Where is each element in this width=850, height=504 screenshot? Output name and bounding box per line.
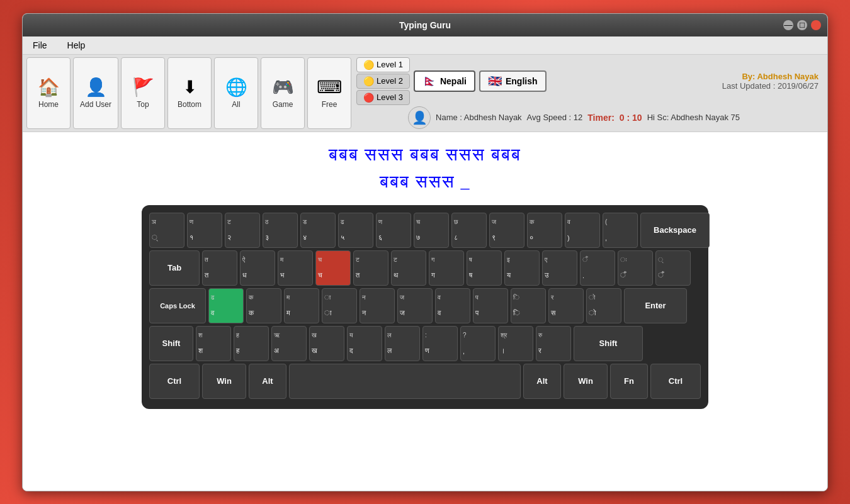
- key-period[interactable]: श्र।: [498, 326, 533, 361]
- key-1[interactable]: ण१: [187, 213, 222, 248]
- key-z[interactable]: शश: [196, 326, 231, 361]
- key-alt-right[interactable]: Alt: [523, 364, 561, 399]
- toolbar-bottom-button[interactable]: ⬇ Bottom: [167, 57, 212, 129]
- key-bracket-open[interactable]: ँ.: [580, 250, 615, 286]
- key-tab[interactable]: Tab: [149, 250, 200, 286]
- key-3[interactable]: ठ३: [263, 213, 298, 248]
- key-bracket-close[interactable]: ःँ: [618, 250, 653, 286]
- key-d[interactable]: मम: [284, 288, 319, 323]
- key-minus[interactable]: व): [565, 213, 600, 248]
- key-p[interactable]: एउ: [542, 250, 577, 286]
- key-semicolon[interactable]: रस: [548, 288, 584, 323]
- toolbar-game-button[interactable]: 🎮 Game: [261, 57, 305, 129]
- keyboard-row-3: Caps Lock ढव कक मम ाा नन जज वव पप िि रस …: [149, 288, 701, 323]
- toolbar-adduser-button[interactable]: 👤 Add User: [73, 57, 118, 129]
- key-w[interactable]: ऐध: [240, 250, 275, 286]
- key-ctrl-left[interactable]: Ctrl: [149, 364, 200, 399]
- key-backslash[interactable]: ्ँ: [655, 250, 691, 286]
- key-a[interactable]: ढव: [208, 288, 244, 323]
- key-space[interactable]: [289, 364, 521, 399]
- key-i[interactable]: षष: [467, 250, 502, 286]
- key-c[interactable]: ऋअ: [271, 326, 307, 361]
- key-8[interactable]: छ८: [451, 213, 487, 248]
- toolbar-all-button[interactable]: 🌐 All: [214, 57, 258, 129]
- toolbar-top-button[interactable]: 🚩 Top: [121, 57, 165, 129]
- key-alt-left[interactable]: Alt: [249, 364, 286, 399]
- game-icon: 🎮: [272, 77, 294, 98]
- toolbar-free-button[interactable]: ⌨ Free: [307, 57, 351, 129]
- level2-button[interactable]: 🟡 Level 2: [356, 74, 410, 89]
- key-2[interactable]: ट२: [225, 213, 260, 248]
- maximize-button[interactable]: □: [797, 20, 807, 30]
- key-9[interactable]: ज९: [489, 213, 524, 248]
- key-r[interactable]: चच: [315, 250, 351, 286]
- lang-nepali-button[interactable]: 🇳🇵 Nepali: [414, 70, 475, 92]
- key-5[interactable]: ढ५: [338, 213, 373, 248]
- menu-file[interactable]: File: [29, 39, 51, 52]
- user-author: By: Abdhesh Nayak: [722, 72, 819, 81]
- key-n[interactable]: लल: [385, 326, 420, 361]
- key-o[interactable]: इय: [504, 250, 540, 286]
- key-win-left[interactable]: Win: [202, 364, 246, 399]
- home-label: Home: [38, 100, 59, 109]
- menubar: File Help: [23, 36, 827, 55]
- hi-sc-label: Hi Sc: Abdhesh Nayak 75: [647, 113, 740, 122]
- key-l[interactable]: िि: [511, 288, 546, 323]
- key-comma[interactable]: ?,: [460, 326, 496, 361]
- key-j[interactable]: वव: [435, 288, 470, 323]
- key-e[interactable]: मभ: [278, 250, 313, 286]
- timer-value: 0 : 10: [620, 113, 642, 123]
- key-t[interactable]: टत: [353, 250, 388, 286]
- level1-dot: 🟡: [363, 60, 374, 70]
- key-caps-lock[interactable]: Caps Lock: [149, 288, 206, 323]
- key-shift-left[interactable]: Shift: [149, 326, 193, 361]
- free-label: Free: [322, 100, 337, 109]
- user-name-label: Name : Abdhesh Nayak: [436, 113, 522, 122]
- key-backspace[interactable]: Backspace: [640, 213, 710, 248]
- key-enter[interactable]: Enter: [624, 288, 687, 323]
- menu-help[interactable]: Help: [64, 39, 89, 52]
- user-avatar: 👤: [408, 106, 431, 129]
- key-h[interactable]: जज: [397, 288, 433, 323]
- key-7[interactable]: च७: [414, 213, 449, 248]
- key-f[interactable]: ाा: [322, 288, 357, 323]
- key-fn[interactable]: Fn: [610, 364, 648, 399]
- toolbar-home-button[interactable]: 🏠 Home: [26, 57, 71, 129]
- top-label: Top: [137, 100, 149, 109]
- close-button[interactable]: [811, 20, 821, 30]
- titlebar-buttons: — □: [783, 20, 821, 30]
- keyboard-row-4: Shift शश हह ऋअ खख यद लल :ण ?, श्र। रुर S…: [149, 326, 701, 361]
- english-lang-label: English: [506, 76, 538, 86]
- key-equals[interactable]: (,: [603, 213, 638, 248]
- key-g[interactable]: नन: [360, 288, 395, 323]
- level1-label: Level 1: [377, 60, 403, 69]
- key-m[interactable]: :ण: [422, 326, 458, 361]
- key-slash[interactable]: रुर: [536, 326, 571, 361]
- level2-label: Level 2: [377, 76, 403, 86]
- key-u[interactable]: गग: [429, 250, 464, 286]
- key-v[interactable]: खख: [309, 326, 344, 361]
- key-b[interactable]: यद: [347, 326, 382, 361]
- key-0[interactable]: क०: [527, 213, 562, 248]
- lang-english-button[interactable]: 🇬🇧 English: [479, 70, 547, 92]
- minimize-button[interactable]: —: [783, 20, 793, 30]
- level3-button[interactable]: 🔴 Level 3: [356, 90, 410, 105]
- key-k[interactable]: पप: [473, 288, 508, 323]
- main-window: Typing Guru — □ File Help 🏠 Home 👤 Add U…: [22, 13, 828, 491]
- key-s[interactable]: कक: [246, 288, 281, 323]
- key-shift-right[interactable]: Shift: [574, 326, 643, 361]
- level2-dot: 🟡: [363, 76, 374, 86]
- key-backtick[interactable]: ञ्: [149, 213, 184, 248]
- key-6[interactable]: ण६: [376, 213, 411, 248]
- level1-button[interactable]: 🟡 Level 1: [356, 57, 410, 72]
- key-quote[interactable]: ोो: [586, 288, 621, 323]
- keyboard: ञ् ण१ ट२ ठ३ ड४ ढ५ ण६ च७ छ८ ज९ क० व) (, B…: [142, 205, 708, 409]
- key-y[interactable]: टथ: [391, 250, 426, 286]
- key-4[interactable]: ड४: [300, 213, 336, 248]
- key-ctrl-right[interactable]: Ctrl: [650, 364, 701, 399]
- home-icon: 🏠: [38, 77, 60, 98]
- key-win-right[interactable]: Win: [564, 364, 608, 399]
- key-x[interactable]: हह: [234, 326, 269, 361]
- toolbar: 🏠 Home 👤 Add User 🚩 Top ⬇ Bottom 🌐 All 🎮…: [23, 55, 827, 132]
- key-q[interactable]: तत: [202, 250, 237, 286]
